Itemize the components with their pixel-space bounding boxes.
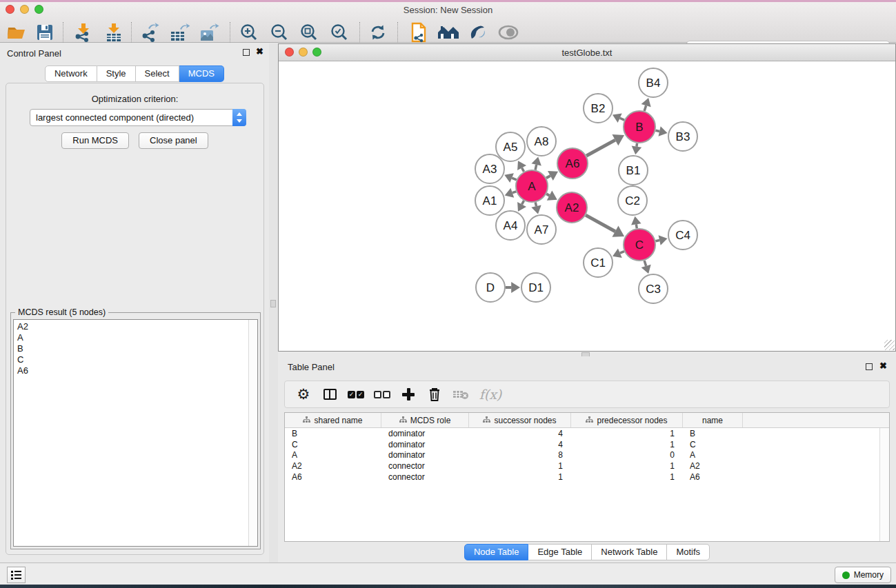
graph-edge-B-B3[interactable] (655, 130, 659, 131)
tab-mcds[interactable]: MCDS (179, 65, 224, 82)
graph-node-C[interactable]: C (624, 229, 655, 261)
mcds-result-item[interactable]: C (17, 354, 247, 365)
close-panel-button[interactable]: Close panel (139, 132, 208, 149)
run-mcds-button[interactable]: Run MCDS (61, 132, 129, 149)
task-history-button[interactable] (7, 567, 26, 583)
zoom-fit-icon[interactable] (296, 21, 322, 44)
table-row[interactable]: A2connector11A2 (285, 460, 879, 472)
import-network-icon[interactable] (70, 21, 96, 44)
column-header-shared-name[interactable]: shared name (285, 413, 381, 427)
export-network-icon[interactable] (137, 21, 163, 44)
memory-button[interactable]: Memory (835, 567, 891, 583)
graph-edge-B-B1[interactable] (637, 143, 637, 147)
mcds-result-item[interactable]: A (17, 332, 247, 343)
tab-style[interactable]: Style (97, 65, 136, 82)
graph-node-B[interactable]: B (624, 111, 655, 143)
show-columns-icon[interactable] (317, 384, 343, 405)
export-table-icon[interactable] (166, 21, 192, 44)
home-icon[interactable] (435, 21, 461, 44)
save-session-icon[interactable] (32, 21, 58, 44)
float-panel-icon[interactable] (243, 49, 250, 56)
graph-edge-A-A3[interactable] (512, 178, 517, 180)
graph-node-B1[interactable]: B1 (619, 156, 648, 185)
network-window-titlebar[interactable]: testGlobe.txt (279, 44, 895, 61)
close-table-panel-icon[interactable]: ✖ (879, 361, 887, 371)
graph-node-A2[interactable]: A2 (557, 192, 587, 223)
table-tab-network-table[interactable]: Network Table (592, 544, 667, 560)
graph-node-C2[interactable]: C2 (618, 186, 647, 215)
table-tab-node-table[interactable]: Node Table (464, 544, 529, 560)
graph-node-A6[interactable]: A6 (557, 148, 588, 179)
mcds-result-item[interactable]: A6 (17, 365, 247, 376)
graph-node-A1[interactable]: A1 (475, 186, 504, 215)
graph-node-A8[interactable]: A8 (527, 127, 556, 156)
graph-edge-B-B4[interactable] (644, 105, 646, 111)
graph-edge-A-A6[interactable] (546, 176, 550, 178)
zoom-in-icon[interactable] (236, 21, 262, 44)
column-header-successor-nodes[interactable]: successor nodes (469, 413, 571, 427)
graph-node-C1[interactable]: C1 (584, 248, 613, 277)
delete-table-icon[interactable] (448, 384, 474, 405)
optimization-criterion-select[interactable]: largest connected component (directed) (30, 109, 246, 126)
graph-node-C4[interactable]: C4 (668, 221, 697, 250)
function-builder-icon[interactable]: f(x) (474, 384, 507, 405)
select-all-checkboxes-icon[interactable]: ✓✓ (343, 384, 369, 405)
table-tab-edge-table[interactable]: Edge Table (528, 544, 592, 560)
import-table-icon[interactable] (101, 21, 127, 44)
graph-edge-C-C1[interactable] (620, 252, 624, 254)
tab-select[interactable]: Select (136, 65, 179, 82)
open-file-icon[interactable] (3, 21, 30, 44)
graph-edge-A-A5[interactable] (522, 168, 524, 171)
network-canvas[interactable]: AA1A2A3A4A5A6A7A8BB1B2B3B4CC1C2C3C4DD1 (279, 61, 895, 351)
graph-node-A4[interactable]: A4 (496, 211, 525, 240)
graph-edge-B-B2[interactable] (620, 118, 624, 120)
table-scrollbar[interactable] (879, 428, 889, 541)
graph-node-A[interactable]: A (516, 170, 548, 202)
zoom-out-icon[interactable] (266, 21, 292, 44)
graph-node-D[interactable]: D (476, 273, 505, 302)
network-from-file-icon[interactable] (406, 21, 432, 44)
graph-node-A3[interactable]: A3 (475, 154, 504, 183)
graph-edge-A2-C[interactable] (586, 215, 615, 232)
column-header-name[interactable]: name (683, 413, 743, 427)
graph-node-B2[interactable]: B2 (584, 94, 613, 123)
table-options-gear-icon[interactable]: ⚙ (290, 384, 317, 405)
tab-network[interactable]: Network (45, 65, 97, 82)
graph-edge-A6-B[interactable] (586, 140, 615, 156)
column-header-MCDS-role[interactable]: MCDS role (381, 413, 469, 427)
deselect-all-checkboxes-icon[interactable] (369, 384, 395, 405)
graph-edge-C-C2[interactable] (636, 224, 637, 228)
graph-node-D1[interactable]: D1 (521, 273, 550, 302)
vizmapper-icon[interactable] (465, 21, 491, 44)
list-scrollbar[interactable] (248, 320, 257, 546)
graph-edge-A-A8[interactable] (535, 165, 537, 170)
panel-splitter[interactable] (269, 43, 278, 562)
column-header-predecessor-nodes[interactable]: predecessor nodes (571, 413, 683, 427)
graph-edge-A-A2[interactable] (546, 194, 549, 195)
splitter-grip[interactable] (270, 300, 276, 307)
window-resize-grip[interactable] (884, 340, 895, 350)
mcds-result-item[interactable]: B (17, 343, 247, 354)
graph-node-C3[interactable]: C3 (639, 274, 668, 303)
zoom-selected-icon[interactable] (326, 21, 352, 44)
graph-edge-A-A7[interactable] (535, 202, 536, 206)
graph-node-B4[interactable]: B4 (639, 68, 668, 97)
table-row[interactable]: Adominator80A (285, 450, 879, 461)
add-column-icon[interactable] (395, 384, 421, 405)
graph-node-A7[interactable]: A7 (527, 215, 556, 244)
table-row[interactable]: Bdominator41B (285, 428, 879, 439)
table-tab-motifs[interactable]: Motifs (667, 544, 710, 560)
graph-edge-A-A4[interactable] (522, 201, 524, 204)
graph-node-B3[interactable]: B3 (668, 122, 697, 151)
float-table-panel-icon[interactable] (866, 363, 873, 370)
table-row[interactable]: Cdominator41C (285, 439, 879, 450)
delete-columns-icon[interactable] (421, 384, 448, 405)
table-row[interactable]: A6connector11A6 (285, 472, 879, 483)
export-image-icon[interactable] (196, 21, 222, 44)
graph-edge-C-C3[interactable] (644, 261, 646, 266)
graph-edge-C-C4[interactable] (655, 241, 659, 241)
graph-edge-A-A1[interactable] (512, 192, 516, 193)
graph-node-A5[interactable]: A5 (496, 132, 525, 161)
close-panel-icon[interactable]: ✖ (256, 47, 263, 57)
refresh-icon[interactable] (365, 21, 391, 44)
